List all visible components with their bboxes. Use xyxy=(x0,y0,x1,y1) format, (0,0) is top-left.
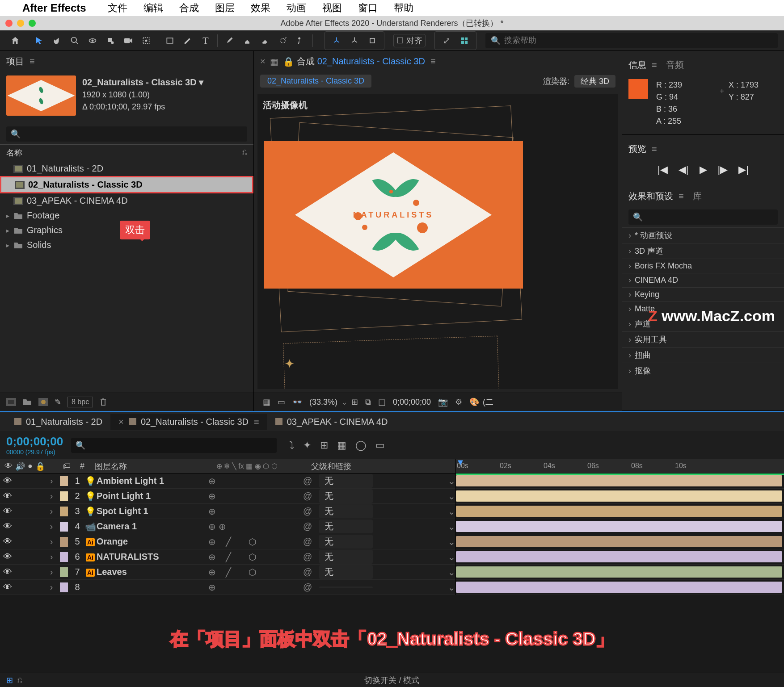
panel-menu-icon[interactable]: ≡ xyxy=(430,56,436,67)
layer-row[interactable]: 👁 › 1 💡 Ambient Light 1 ⊕ @无⌄ xyxy=(0,473,455,489)
first-frame-button[interactable]: |◀ xyxy=(658,164,668,176)
project-item-comp[interactable]: 03_APEAK - CINEMA 4D xyxy=(0,193,253,208)
layer-row[interactable]: 👁 › 4 📹 Camera 1 ⊕ ⊕ @无⌄ xyxy=(0,519,455,534)
layer-duration-bar[interactable] xyxy=(456,536,782,547)
timeline-search-input[interactable] xyxy=(85,442,272,448)
eye-column-icon[interactable]: 👁 xyxy=(4,461,13,471)
parent-link[interactable]: @无⌄ xyxy=(298,535,455,549)
toggle-switches-icon[interactable]: ⊞ xyxy=(6,675,13,685)
timeline-tab[interactable]: 01_Naturalists - 2D xyxy=(6,414,110,430)
visibility-toggle[interactable]: 👁 xyxy=(0,476,15,486)
layer-duration-bar[interactable] xyxy=(456,566,782,578)
window-close-button[interactable] xyxy=(5,20,13,27)
track-row[interactable] xyxy=(456,580,784,595)
bpc-label[interactable]: 8 bpc xyxy=(67,397,93,407)
layer-switches[interactable]: ⊕ ╱ ⬡ xyxy=(208,552,298,562)
effects-category[interactable]: 抠像 xyxy=(622,363,784,378)
visibility-toggle[interactable]: 👁 xyxy=(0,521,15,532)
project-tab[interactable]: 项目 xyxy=(6,55,24,67)
label-color[interactable] xyxy=(60,537,68,547)
layer-name[interactable]: Orange xyxy=(97,536,208,547)
layer-switches[interactable]: ⊕ ╱ ⬡ xyxy=(208,536,298,547)
effects-tab[interactable]: 效果和预设 xyxy=(628,190,673,202)
layer-switches[interactable]: ⊕ ⊕ xyxy=(208,521,298,532)
next-frame-button[interactable]: |▶ xyxy=(718,164,728,176)
hand-tool[interactable] xyxy=(49,33,65,49)
pickwhip-icon[interactable]: @ xyxy=(303,567,312,577)
comp-tab[interactable]: 02_Naturalists - Classic 3D xyxy=(317,56,425,67)
layer-duration-bar[interactable] xyxy=(456,475,782,486)
snapshot-icon[interactable]: 📷 xyxy=(438,397,448,407)
close-tab-icon[interactable]: × xyxy=(118,417,124,427)
clone-stamp-tool[interactable] xyxy=(239,33,255,49)
menu-edit[interactable]: 编辑 xyxy=(143,1,163,15)
last-frame-button[interactable]: ▶| xyxy=(738,164,749,176)
layer-switches[interactable]: ⊕ ╱ ⬡ xyxy=(208,567,298,578)
library-tab[interactable]: 库 xyxy=(693,190,702,202)
layer-duration-bar[interactable] xyxy=(456,490,782,502)
parent-header[interactable]: 父级和链接 xyxy=(306,461,455,472)
panel-menu-icon[interactable]: ≡ xyxy=(30,56,35,67)
text-tool[interactable]: T xyxy=(198,33,214,49)
anchor-point-tool[interactable] xyxy=(138,33,154,49)
audio-tab[interactable]: 音频 xyxy=(666,59,684,71)
label-color[interactable] xyxy=(60,582,68,592)
panel-menu-icon[interactable]: ≡ xyxy=(652,144,657,154)
app-name[interactable]: After Effects xyxy=(22,2,86,14)
project-item-comp-selected[interactable]: 02_Naturalists - Classic 3D xyxy=(0,176,253,193)
track-row[interactable] xyxy=(456,534,784,549)
effects-category[interactable]: Keying xyxy=(622,287,784,302)
parent-link[interactable]: @无⌄ xyxy=(298,519,455,533)
layer-row[interactable]: 👁 › 5 Ai Orange ⊕ ╱ ⬡ @无⌄ xyxy=(0,534,455,549)
label-color[interactable] xyxy=(60,507,68,516)
layer-duration-bar[interactable] xyxy=(456,506,782,517)
grid-icon[interactable]: ▦ xyxy=(263,397,270,407)
label-color[interactable] xyxy=(60,552,68,562)
visibility-toggle[interactable]: 👁 xyxy=(0,567,15,577)
layer-name[interactable]: Point Light 1 xyxy=(97,491,208,501)
footer-timecode[interactable]: 0;00;00;00 xyxy=(393,398,431,407)
menu-view[interactable]: 视图 xyxy=(322,1,342,15)
menu-effect[interactable]: 效果 xyxy=(251,1,270,15)
graph-editor-icon[interactable]: ◯ xyxy=(355,440,367,451)
twirl-icon[interactable]: › xyxy=(46,491,57,501)
interpret-footage-icon[interactable] xyxy=(6,398,16,406)
close-tab-icon[interactable]: × xyxy=(260,56,266,67)
rectangle-tool[interactable] xyxy=(162,33,178,49)
track-row[interactable] xyxy=(456,565,784,580)
layer-switches[interactable]: ⊕ xyxy=(208,491,298,502)
layer-name[interactable]: Leaves xyxy=(97,567,208,577)
view-axis-mode[interactable] xyxy=(364,33,380,49)
frame-blend-icon[interactable]: ⊞ xyxy=(320,440,328,451)
label-color[interactable] xyxy=(60,567,68,577)
visibility-toggle[interactable]: 👁 xyxy=(0,491,15,501)
play-button[interactable]: ▶ xyxy=(700,164,707,176)
timeline-search[interactable]: 🔍 xyxy=(71,438,277,453)
effects-search[interactable]: 🔍 xyxy=(628,209,778,225)
color-mgmt-icon[interactable]: 🎨 xyxy=(469,397,479,407)
shy-icon[interactable]: ✦ xyxy=(303,440,311,451)
layer-row[interactable]: 👁 › 7 Ai Leaves ⊕ ╱ ⬡ @无⌄ xyxy=(0,565,455,580)
track-row[interactable] xyxy=(456,504,784,519)
adobe-icon[interactable]: ✎ xyxy=(55,397,61,407)
effects-category[interactable]: 扭曲 xyxy=(622,347,784,363)
eraser-tool[interactable] xyxy=(257,33,273,49)
camera-tool[interactable] xyxy=(120,33,136,49)
label-color[interactable] xyxy=(60,476,68,486)
brush-tool[interactable] xyxy=(221,33,237,49)
track-row[interactable] xyxy=(456,473,784,489)
effects-category[interactable]: * 动画预设 xyxy=(622,227,784,243)
layer-row[interactable]: 👁 › 2 💡 Point Light 1 ⊕ @无⌄ xyxy=(0,489,455,504)
timeline-tab[interactable]: 03_APEAK - CINEMA 4D xyxy=(267,414,396,430)
trash-icon[interactable] xyxy=(99,398,107,406)
effects-category[interactable]: CINEMA 4D xyxy=(622,273,784,287)
roto-brush-tool[interactable] xyxy=(275,33,291,49)
visibility-toggle[interactable]: 👁 xyxy=(0,506,15,516)
lock-column-icon[interactable]: 🔒 xyxy=(35,461,45,471)
layer-duration-bar[interactable] xyxy=(456,521,782,532)
parent-link[interactable]: @无⌄ xyxy=(298,504,455,518)
visibility-toggle[interactable]: 👁 xyxy=(0,536,15,547)
layer-row[interactable]: 👁 › 8 ⊕ @⌄ xyxy=(0,580,455,595)
track-row[interactable] xyxy=(456,519,784,534)
window-zoom-button[interactable] xyxy=(29,20,36,27)
